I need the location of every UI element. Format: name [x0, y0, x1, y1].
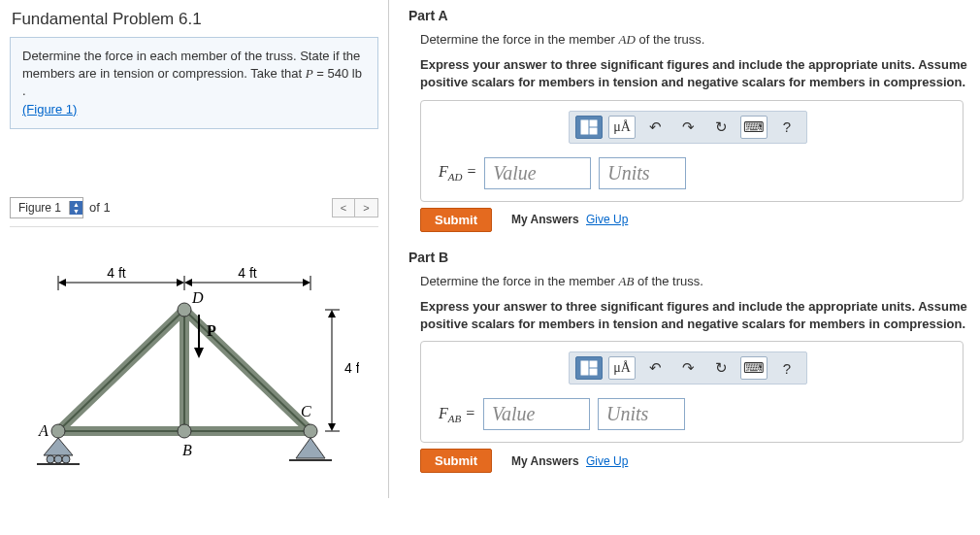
submit-button[interactable]: Submit [420, 208, 492, 232]
label-A: A [38, 422, 49, 439]
answer-links: My Answers Give Up [511, 213, 628, 226]
my-answers-label: My Answers [511, 213, 579, 226]
svg-rect-42 [590, 369, 597, 375]
reset-button[interactable]: ↻ [707, 356, 735, 380]
problem-prompt: Determine the force in each member of th… [10, 37, 378, 129]
svg-point-27 [178, 303, 191, 317]
answer-lhs: FAD = [439, 163, 476, 183]
value-input[interactable]: Value [484, 157, 591, 189]
figure-stepper-label: Figure 1 [11, 198, 69, 217]
part-heading: Part A [408, 8, 970, 23]
figure-of-text: of 1 [89, 200, 111, 215]
figure-step-up-icon[interactable]: ▲ [70, 201, 82, 208]
answer-lhs: FAB = [439, 405, 475, 424]
answer-box: μÅ ↶ ↷ ↻ ⌨ ? FAB = Value Units [420, 341, 964, 443]
svg-rect-40 [581, 361, 588, 375]
keyboard-button[interactable]: ⌨ [740, 116, 768, 139]
svg-marker-28 [44, 438, 73, 455]
svg-marker-8 [303, 279, 310, 286]
svg-marker-5 [177, 279, 184, 286]
svg-point-24 [51, 424, 65, 438]
figure-next-button[interactable]: > [355, 198, 378, 217]
submit-button[interactable]: Submit [420, 449, 492, 473]
undo-button[interactable]: ↶ [641, 356, 669, 380]
undo-button[interactable]: ↶ [641, 116, 669, 139]
prompt-post: . [22, 84, 26, 98]
svg-marker-4 [58, 279, 66, 286]
problem-title: Fundamental Problem 6.1 [12, 10, 378, 29]
part-heading: Part B [408, 250, 970, 265]
label-D: D [191, 289, 204, 306]
dim-4ft-left: 4 ft [107, 265, 126, 281]
svg-point-30 [54, 455, 62, 463]
keyboard-button[interactable]: ⌨ [740, 356, 768, 380]
prompt-eq: = 540 [316, 66, 352, 81]
my-answers-label: My Answers [511, 454, 579, 468]
svg-rect-37 [581, 120, 588, 134]
part-description: Determine the force in the member AD of … [420, 31, 970, 49]
templates-button[interactable] [575, 356, 603, 380]
part-instructions: Express your answer to three significant… [420, 56, 970, 91]
equation-toolbar: μÅ ↶ ↷ ↻ ⌨ ? [569, 351, 807, 385]
svg-point-26 [304, 424, 317, 438]
svg-point-29 [47, 455, 54, 463]
svg-line-22 [184, 310, 310, 431]
svg-marker-36 [194, 348, 204, 358]
units-button[interactable]: μÅ [608, 356, 636, 380]
svg-marker-12 [328, 310, 336, 318]
part-instructions: Express your answer to three significant… [420, 298, 970, 333]
figure-prev-button[interactable]: < [332, 198, 355, 217]
equation-toolbar: μÅ ↶ ↷ ↻ ⌨ ? [569, 111, 807, 144]
svg-marker-7 [184, 279, 192, 286]
templates-button[interactable] [575, 116, 603, 139]
value-input[interactable]: Value [483, 398, 590, 430]
prompt-unit: lb [352, 66, 362, 81]
svg-marker-13 [328, 423, 336, 431]
figure-diagram: 4 ft 4 ft 4 ft [10, 226, 378, 483]
prompt-var: P [306, 66, 313, 81]
give-up-link[interactable]: Give Up [586, 454, 628, 468]
figure-step-down-icon[interactable]: ▼ [70, 208, 82, 215]
svg-line-21 [58, 310, 184, 431]
answer-links: My Answers Give Up [511, 454, 628, 468]
redo-button[interactable]: ↷ [674, 356, 702, 380]
units-input[interactable]: Units [599, 157, 686, 189]
svg-rect-39 [590, 128, 597, 134]
label-P: P [207, 322, 216, 339]
help-button[interactable]: ? [773, 356, 800, 380]
dim-4ft-right: 4 ft [238, 265, 257, 281]
help-button[interactable]: ? [773, 116, 800, 139]
svg-rect-41 [590, 361, 597, 367]
part-description: Determine the force in the member AB of … [420, 273, 970, 290]
svg-marker-33 [296, 438, 325, 458]
label-B: B [182, 442, 192, 458]
dim-4ft-vert: 4 ft [344, 360, 359, 376]
units-input[interactable]: Units [598, 398, 685, 430]
label-C: C [301, 403, 311, 419]
answer-box: μÅ ↶ ↷ ↻ ⌨ ? FAD = Value Units [420, 100, 964, 202]
reset-button[interactable]: ↻ [707, 116, 735, 139]
units-button[interactable]: μÅ [608, 116, 636, 139]
figure-stepper[interactable]: Figure 1 ▲ ▼ [10, 197, 83, 218]
svg-rect-38 [590, 120, 597, 126]
give-up-link[interactable]: Give Up [586, 213, 628, 226]
svg-point-25 [178, 424, 191, 438]
redo-button[interactable]: ↷ [674, 116, 702, 139]
figure-link[interactable]: (Figure 1) [22, 102, 77, 117]
svg-point-31 [62, 455, 70, 463]
